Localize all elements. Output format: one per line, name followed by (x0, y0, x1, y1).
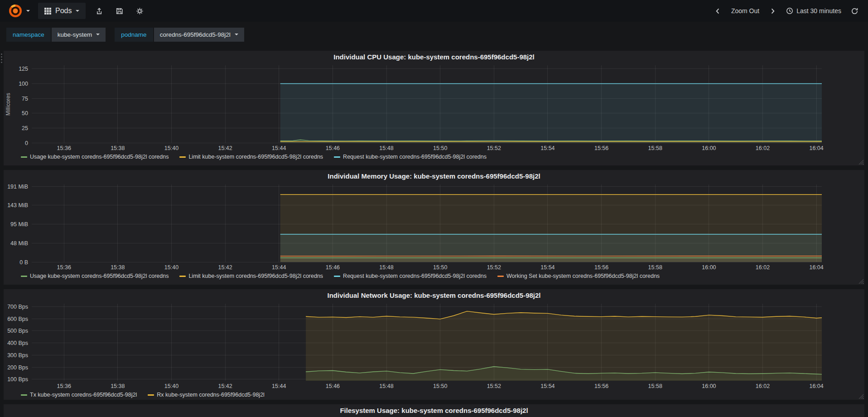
legend-item[interactable]: Request kube-system coredns-695f96dcd5-9… (334, 273, 487, 279)
share-dashboard-button[interactable] (92, 5, 106, 18)
legend-series-swatch (179, 276, 186, 277)
save-dashboard-button[interactable] (112, 5, 126, 18)
panel-title-network[interactable]: Individual Network Usage: kube-system co… (4, 289, 864, 301)
svg-text:15:40: 15:40 (164, 145, 178, 151)
time-shift-forward-button[interactable] (766, 5, 780, 18)
refresh-button[interactable] (848, 5, 862, 18)
legend-item[interactable]: Usage kube-system coredns-695f96dcd5-98j… (21, 154, 169, 160)
panel-title-memory[interactable]: Individual Memory Usage: kube-system cor… (4, 170, 864, 182)
svg-text:15:52: 15:52 (487, 383, 501, 389)
svg-text:15:50: 15:50 (433, 383, 447, 389)
svg-text:143 MiB: 143 MiB (7, 202, 28, 208)
svg-text:15:38: 15:38 (111, 264, 125, 271)
svg-text:15:52: 15:52 (487, 145, 501, 151)
grafana-logo-menu[interactable] (6, 2, 32, 20)
legend-series-label: Working Set kube-system coredns-695f96dc… (506, 273, 660, 279)
grafana-logo-icon (8, 4, 23, 18)
time-range-picker-button[interactable]: Last 30 minutes (782, 5, 845, 17)
memory-usage-chart[interactable]: 15:3615:3815:4015:4215:4415:4615:4815:50… (4, 182, 864, 271)
panel-title-filesystem[interactable]: Filesystem Usage: kube-system coredns-69… (4, 404, 864, 416)
share-icon (95, 7, 103, 15)
svg-text:16:04: 16:04 (809, 264, 823, 271)
dashboard-picker-button[interactable]: Pods (38, 3, 86, 19)
svg-text:15:44: 15:44 (272, 383, 286, 389)
panel-title-cpu[interactable]: Individual CPU Usage: kube-system coredn… (4, 51, 864, 63)
variable-namespace-label: namespace (6, 28, 51, 42)
svg-text:15:56: 15:56 (594, 145, 608, 151)
dashboards-grid-icon (44, 8, 51, 15)
legend-series-swatch (21, 276, 27, 277)
svg-text:15:44: 15:44 (272, 264, 286, 271)
svg-text:15:42: 15:42 (218, 264, 232, 271)
legend-item[interactable]: Working Set kube-system coredns-695f96dc… (497, 273, 660, 279)
svg-text:16:00: 16:00 (702, 145, 716, 151)
legend-item[interactable]: Tx kube-system coredns-695f96dcd5-98j2l (21, 392, 137, 398)
dashboard-panels-area: Individual CPU Usage: kube-system coredn… (0, 47, 868, 417)
legend-series-label: Tx kube-system coredns-695f96dcd5-98j2l (30, 392, 137, 398)
legend-series-swatch (21, 156, 27, 158)
svg-text:15:58: 15:58 (648, 264, 662, 271)
svg-text:191 MiB: 191 MiB (7, 184, 28, 190)
legend-series-label: Limit kube-system coredns-695f96dcd5-98j… (188, 273, 323, 279)
gear-icon (136, 7, 144, 15)
chevron-right-icon (769, 7, 776, 15)
legend-series-label: Rx kube-system coredns-695f96dcd5-98j2l (157, 392, 265, 398)
caret-down-icon (96, 34, 100, 35)
dashboard-settings-button[interactable] (133, 5, 147, 18)
svg-text:0 B: 0 B (19, 259, 28, 266)
svg-text:Millicores: Millicores (5, 93, 11, 116)
refresh-icon (851, 7, 858, 15)
legend-series-swatch (21, 394, 27, 396)
zoom-out-button[interactable]: Zoom Out (728, 5, 763, 17)
top-navbar: Pods (0, 0, 868, 22)
legend-series-label: Request kube-system coredns-695f96dcd5-9… (343, 273, 487, 279)
svg-text:700 Bps: 700 Bps (7, 304, 28, 310)
svg-text:16:00: 16:00 (702, 383, 716, 389)
svg-text:16:00: 16:00 (702, 264, 716, 271)
legend-item[interactable]: Limit kube-system coredns-695f96dcd5-98j… (179, 154, 323, 160)
svg-text:15:54: 15:54 (540, 383, 555, 389)
svg-text:600 Bps: 600 Bps (7, 316, 28, 322)
svg-text:15:42: 15:42 (218, 383, 232, 389)
variable-namespace-dropdown[interactable]: kube-system (52, 28, 106, 42)
legend-item[interactable]: Usage kube-system coredns-695f96dcd5-98j… (21, 273, 169, 279)
svg-text:95 MiB: 95 MiB (10, 221, 28, 228)
row-drag-handle[interactable] (1, 53, 2, 63)
legend-item[interactable]: Limit kube-system coredns-695f96dcd5-98j… (179, 273, 323, 279)
svg-text:500 Bps: 500 Bps (7, 328, 28, 334)
svg-text:15:44: 15:44 (272, 145, 286, 151)
svg-text:15:36: 15:36 (57, 383, 71, 389)
svg-text:15:56: 15:56 (594, 383, 608, 389)
chevron-left-icon (714, 7, 722, 15)
svg-text:15:46: 15:46 (326, 264, 340, 271)
svg-text:15:40: 15:40 (164, 264, 178, 271)
legend-series-swatch (148, 394, 154, 396)
svg-text:16:04: 16:04 (809, 383, 823, 389)
svg-text:75: 75 (22, 96, 28, 102)
template-variables-bar: namespace kube-system podname coredns-69… (0, 22, 868, 47)
variable-podname: podname coredns-695f96dcd5-98j2l (115, 28, 244, 42)
svg-text:15:48: 15:48 (379, 145, 393, 151)
legend-item[interactable]: Request kube-system coredns-695f96dcd5-9… (334, 154, 487, 160)
svg-text:100 Bps: 100 Bps (7, 376, 28, 383)
network-chart-legend: Tx kube-system coredns-695f96dcd5-98j2lR… (4, 390, 864, 400)
svg-text:15:38: 15:38 (111, 383, 125, 389)
svg-text:16:02: 16:02 (756, 264, 770, 271)
svg-text:25: 25 (22, 125, 28, 131)
legend-series-label: Usage kube-system coredns-695f96dcd5-98j… (30, 154, 169, 160)
time-shift-back-button[interactable] (711, 5, 725, 18)
variable-podname-dropdown[interactable]: coredns-695f96dcd5-98j2l (154, 28, 244, 42)
cpu-usage-chart[interactable]: 15:3615:3815:4015:4215:4415:4615:4815:50… (4, 63, 864, 152)
network-usage-chart[interactable]: 15:3615:3815:4015:4215:4415:4615:4815:50… (4, 301, 864, 390)
dashboard-title: Pods (55, 7, 72, 15)
panel-memory-usage: Individual Memory Usage: kube-system cor… (4, 170, 864, 285)
svg-text:15:48: 15:48 (379, 383, 393, 389)
variable-namespace-value: kube-system (58, 31, 92, 38)
svg-text:15:38: 15:38 (111, 145, 125, 151)
legend-item[interactable]: Rx kube-system coredns-695f96dcd5-98j2l (148, 392, 265, 398)
caret-down-icon (76, 10, 79, 12)
panel-filesystem-usage: Filesystem Usage: kube-system coredns-69… (4, 404, 864, 417)
svg-text:15:48: 15:48 (379, 264, 393, 271)
svg-text:15:52: 15:52 (487, 264, 501, 271)
svg-text:300 Bps: 300 Bps (7, 352, 28, 359)
